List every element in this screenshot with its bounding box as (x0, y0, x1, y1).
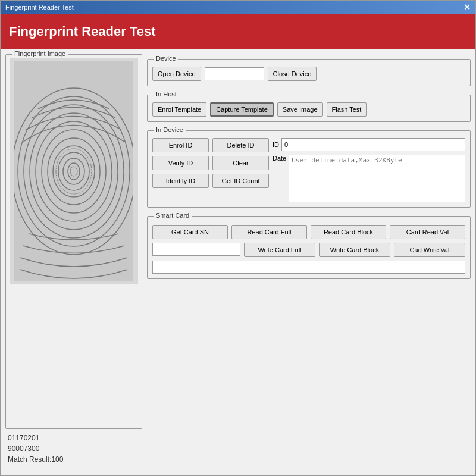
card-read-val-button[interactable]: Card Read Val (390, 225, 465, 239)
device-section-label: Device (154, 55, 178, 62)
open-device-button[interactable]: Open Device (152, 67, 201, 81)
device-right: ID Date (273, 138, 465, 202)
device-middle-buttons: Delete ID Clear Get ID Count (212, 138, 269, 202)
verify-id-button[interactable]: Verify ID (152, 156, 209, 170)
left-panel: Fingerprint Image (5, 54, 142, 471)
fingerprint-group: Fingerprint Image (5, 54, 142, 429)
info-line1: 01170201 (8, 434, 140, 442)
fingerprint-group-label: Fingerprint Image (12, 50, 68, 57)
clear-button[interactable]: Clear (212, 156, 269, 170)
close-button[interactable]: ✕ (464, 2, 471, 12)
card-bottom-input[interactable] (152, 261, 465, 274)
card-row1: Get Card SN Read Card Full Read Card Blo… (152, 221, 465, 239)
app-title: Fingerprint Reader Test (9, 24, 156, 39)
main-content: Fingerprint Image (1, 49, 475, 475)
device-left-buttons: Enrol ID Verify ID Identify ID (152, 138, 209, 202)
close-device-button[interactable]: Close Device (268, 67, 317, 81)
in-device-section: In Device Enrol ID Verify ID Identify ID… (147, 130, 471, 208)
match-result: Match Result:100 (8, 455, 140, 464)
enrol-template-button[interactable]: Enrol Template (152, 102, 206, 117)
info-line2: 90007300 (8, 444, 140, 453)
right-panel: Device Open Device Close Device In Host … (147, 54, 471, 471)
id-label: ID (273, 141, 279, 148)
fingerprint-svg (14, 61, 133, 281)
card-row2: Write Card Full Write Card Block Cad Wri… (152, 243, 465, 257)
device-id-row: ID (273, 138, 465, 151)
date-label: Date (273, 155, 286, 162)
smart-card-section: Smart Card Get Card SN Read Card Full Re… (147, 216, 471, 279)
save-image-button[interactable]: Save Image (277, 102, 323, 117)
in-host-section: In Host Enrol Template Capture Template … (147, 95, 471, 122)
device-inner: Enrol ID Verify ID Identify ID Delete ID… (152, 136, 465, 202)
enrol-id-button[interactable]: Enrol ID (152, 138, 209, 152)
in-host-label: In Host (154, 90, 179, 98)
main-window: Fingerprint Reader Test ✕ Fingerprint Re… (0, 0, 476, 476)
identify-id-button[interactable]: Identify ID (152, 174, 209, 188)
device-row: Open Device Close Device (152, 64, 465, 81)
title-bar: Fingerprint Reader Test ✕ (1, 1, 475, 14)
device-input[interactable] (205, 67, 264, 80)
fingerprint-image (10, 58, 138, 284)
get-id-count-button[interactable]: Get ID Count (212, 174, 269, 188)
device-date-row: Date (273, 155, 465, 202)
delete-id-button[interactable]: Delete ID (212, 138, 269, 152)
get-card-sn-button[interactable]: Get Card SN (152, 225, 228, 239)
write-card-block-button[interactable]: Write Card Block (319, 243, 390, 257)
capture-template-button[interactable]: Capture Template (210, 102, 274, 117)
bottom-info: 01170201 90007300 Match Result:100 (5, 429, 142, 471)
in-device-label: In Device (154, 126, 186, 133)
read-card-block-button[interactable]: Read Card Block (311, 225, 386, 239)
device-section: Device Open Device Close Device (147, 59, 471, 86)
data-textarea[interactable] (289, 155, 465, 202)
window-title: Fingerprint Reader Test (5, 4, 74, 11)
read-card-full-button[interactable]: Read Card Full (231, 225, 307, 239)
id-input[interactable] (281, 138, 465, 151)
host-row: Enrol Template Capture Template Save Ima… (152, 100, 465, 117)
smart-card-label: Smart Card (154, 212, 192, 219)
write-card-full-button[interactable]: Write Card Full (244, 243, 315, 257)
card-input-row (152, 261, 465, 274)
app-header: Fingerprint Reader Test (1, 14, 475, 49)
card-input[interactable] (152, 243, 240, 256)
flash-test-button[interactable]: Flash Test (327, 102, 367, 117)
cad-write-val-button[interactable]: Cad Write Val (394, 243, 465, 257)
